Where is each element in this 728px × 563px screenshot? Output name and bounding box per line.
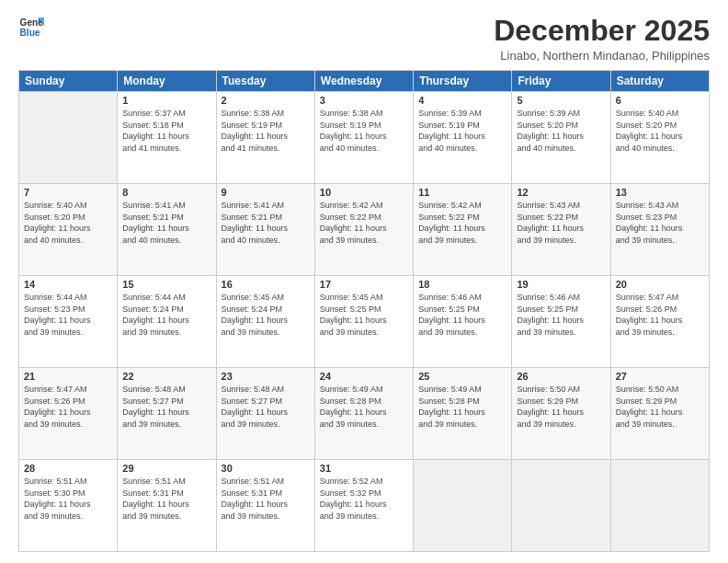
day-number: 18 xyxy=(418,279,506,290)
calendar-cell: 15Sunrise: 5:44 AM Sunset: 5:24 PM Dayli… xyxy=(118,276,216,368)
day-info: Sunrise: 5:43 AM Sunset: 5:23 PM Dayligh… xyxy=(616,200,704,246)
location-title: Linabo, Northern Mindanao, Philippines xyxy=(494,49,710,63)
day-info: Sunrise: 5:51 AM Sunset: 5:31 PM Dayligh… xyxy=(222,476,310,522)
day-number: 12 xyxy=(517,187,605,198)
calendar-cell: 25Sunrise: 5:49 AM Sunset: 5:28 PM Dayli… xyxy=(414,368,512,460)
calendar-cell: 6Sunrise: 5:40 AM Sunset: 5:20 PM Daylig… xyxy=(610,92,709,184)
calendar-cell: 21Sunrise: 5:47 AM Sunset: 5:26 PM Dayli… xyxy=(19,368,118,460)
day-number: 27 xyxy=(616,371,704,382)
day-number: 1 xyxy=(122,95,210,106)
calendar-cell: 30Sunrise: 5:51 AM Sunset: 5:31 PM Dayli… xyxy=(216,460,314,552)
day-number: 8 xyxy=(122,187,210,198)
day-number: 23 xyxy=(222,371,310,382)
day-number: 10 xyxy=(320,187,408,198)
day-info: Sunrise: 5:50 AM Sunset: 5:29 PM Dayligh… xyxy=(616,384,704,430)
day-info: Sunrise: 5:40 AM Sunset: 5:20 PM Dayligh… xyxy=(616,108,704,154)
day-info: Sunrise: 5:41 AM Sunset: 5:21 PM Dayligh… xyxy=(222,200,310,246)
day-info: Sunrise: 5:45 AM Sunset: 5:24 PM Dayligh… xyxy=(222,292,310,338)
day-number: 9 xyxy=(222,187,310,198)
day-info: Sunrise: 5:47 AM Sunset: 5:26 PM Dayligh… xyxy=(616,292,704,338)
day-number: 7 xyxy=(24,187,112,198)
calendar-cell: 4Sunrise: 5:39 AM Sunset: 5:19 PM Daylig… xyxy=(414,92,512,184)
weekday-header-friday: Friday xyxy=(512,71,610,92)
calendar-cell: 11Sunrise: 5:42 AM Sunset: 5:22 PM Dayli… xyxy=(414,184,512,276)
day-number: 25 xyxy=(418,371,506,382)
weekday-header-tuesday: Tuesday xyxy=(216,71,314,92)
calendar-cell: 19Sunrise: 5:46 AM Sunset: 5:25 PM Dayli… xyxy=(512,276,610,368)
day-info: Sunrise: 5:39 AM Sunset: 5:19 PM Dayligh… xyxy=(418,108,506,154)
day-info: Sunrise: 5:41 AM Sunset: 5:21 PM Dayligh… xyxy=(122,200,210,246)
calendar-cell: 7Sunrise: 5:40 AM Sunset: 5:20 PM Daylig… xyxy=(19,184,118,276)
day-info: Sunrise: 5:48 AM Sunset: 5:27 PM Dayligh… xyxy=(122,384,210,430)
calendar-cell: 31Sunrise: 5:52 AM Sunset: 5:32 PM Dayli… xyxy=(314,460,413,552)
weekday-header-sunday: Sunday xyxy=(19,71,118,92)
day-info: Sunrise: 5:39 AM Sunset: 5:20 PM Dayligh… xyxy=(517,108,605,154)
calendar-cell: 24Sunrise: 5:49 AM Sunset: 5:28 PM Dayli… xyxy=(314,368,413,460)
calendar-cell xyxy=(512,460,610,552)
calendar-body: 1Sunrise: 5:37 AM Sunset: 5:18 PM Daylig… xyxy=(19,92,710,552)
day-number: 20 xyxy=(616,279,704,290)
calendar-cell: 3Sunrise: 5:38 AM Sunset: 5:19 PM Daylig… xyxy=(314,92,413,184)
day-number: 30 xyxy=(222,463,310,474)
day-number: 15 xyxy=(122,279,210,290)
day-number: 31 xyxy=(320,463,408,474)
day-info: Sunrise: 5:44 AM Sunset: 5:23 PM Dayligh… xyxy=(24,292,112,338)
calendar-cell: 17Sunrise: 5:45 AM Sunset: 5:25 PM Dayli… xyxy=(314,276,413,368)
calendar-cell: 27Sunrise: 5:50 AM Sunset: 5:29 PM Dayli… xyxy=(610,368,709,460)
calendar-cell: 1Sunrise: 5:37 AM Sunset: 5:18 PM Daylig… xyxy=(118,92,216,184)
calendar-week-3: 14Sunrise: 5:44 AM Sunset: 5:23 PM Dayli… xyxy=(19,276,710,368)
day-number: 11 xyxy=(418,187,506,198)
day-info: Sunrise: 5:52 AM Sunset: 5:32 PM Dayligh… xyxy=(320,476,408,522)
header: General Blue December 2025 Linabo, North… xyxy=(18,15,710,63)
calendar-cell: 12Sunrise: 5:43 AM Sunset: 5:22 PM Dayli… xyxy=(512,184,610,276)
day-info: Sunrise: 5:42 AM Sunset: 5:22 PM Dayligh… xyxy=(320,200,408,246)
day-info: Sunrise: 5:46 AM Sunset: 5:25 PM Dayligh… xyxy=(517,292,605,338)
calendar-cell: 23Sunrise: 5:48 AM Sunset: 5:27 PM Dayli… xyxy=(216,368,314,460)
day-number: 13 xyxy=(616,187,704,198)
day-number: 21 xyxy=(24,371,112,382)
day-number: 3 xyxy=(320,95,408,106)
day-number: 22 xyxy=(122,371,210,382)
calendar-cell: 9Sunrise: 5:41 AM Sunset: 5:21 PM Daylig… xyxy=(216,184,314,276)
day-info: Sunrise: 5:51 AM Sunset: 5:31 PM Dayligh… xyxy=(122,476,210,522)
day-info: Sunrise: 5:46 AM Sunset: 5:25 PM Dayligh… xyxy=(418,292,506,338)
weekday-header-row: SundayMondayTuesdayWednesdayThursdayFrid… xyxy=(19,71,710,92)
day-number: 2 xyxy=(222,95,310,106)
calendar-week-1: 1Sunrise: 5:37 AM Sunset: 5:18 PM Daylig… xyxy=(19,92,710,184)
day-number: 14 xyxy=(24,279,112,290)
weekday-header-monday: Monday xyxy=(118,71,216,92)
day-info: Sunrise: 5:51 AM Sunset: 5:30 PM Dayligh… xyxy=(24,476,112,522)
day-info: Sunrise: 5:45 AM Sunset: 5:25 PM Dayligh… xyxy=(320,292,408,338)
calendar-cell: 26Sunrise: 5:50 AM Sunset: 5:29 PM Dayli… xyxy=(512,368,610,460)
day-number: 29 xyxy=(122,463,210,474)
day-info: Sunrise: 5:40 AM Sunset: 5:20 PM Dayligh… xyxy=(24,200,112,246)
calendar-cell: 13Sunrise: 5:43 AM Sunset: 5:23 PM Dayli… xyxy=(610,184,709,276)
day-info: Sunrise: 5:37 AM Sunset: 5:18 PM Dayligh… xyxy=(122,108,210,154)
day-number: 24 xyxy=(320,371,408,382)
calendar-cell: 14Sunrise: 5:44 AM Sunset: 5:23 PM Dayli… xyxy=(19,276,118,368)
calendar-cell: 2Sunrise: 5:38 AM Sunset: 5:19 PM Daylig… xyxy=(216,92,314,184)
calendar-table: SundayMondayTuesdayWednesdayThursdayFrid… xyxy=(18,70,710,552)
day-number: 28 xyxy=(24,463,112,474)
day-info: Sunrise: 5:38 AM Sunset: 5:19 PM Dayligh… xyxy=(222,108,310,154)
day-number: 4 xyxy=(418,95,506,106)
day-info: Sunrise: 5:42 AM Sunset: 5:22 PM Dayligh… xyxy=(418,200,506,246)
calendar-cell: 8Sunrise: 5:41 AM Sunset: 5:21 PM Daylig… xyxy=(118,184,216,276)
page: General Blue December 2025 Linabo, North… xyxy=(0,0,728,563)
month-title: December 2025 xyxy=(494,15,710,47)
day-info: Sunrise: 5:49 AM Sunset: 5:28 PM Dayligh… xyxy=(418,384,506,430)
calendar-week-5: 28Sunrise: 5:51 AM Sunset: 5:30 PM Dayli… xyxy=(19,460,710,552)
calendar-cell xyxy=(414,460,512,552)
svg-text:Blue: Blue xyxy=(20,28,40,38)
weekday-header-thursday: Thursday xyxy=(414,71,512,92)
calendar-cell: 5Sunrise: 5:39 AM Sunset: 5:20 PM Daylig… xyxy=(512,92,610,184)
day-info: Sunrise: 5:44 AM Sunset: 5:24 PM Dayligh… xyxy=(122,292,210,338)
calendar-cell: 28Sunrise: 5:51 AM Sunset: 5:30 PM Dayli… xyxy=(19,460,118,552)
calendar-cell: 10Sunrise: 5:42 AM Sunset: 5:22 PM Dayli… xyxy=(314,184,413,276)
day-number: 6 xyxy=(616,95,704,106)
weekday-header-wednesday: Wednesday xyxy=(314,71,413,92)
calendar-cell: 29Sunrise: 5:51 AM Sunset: 5:31 PM Dayli… xyxy=(118,460,216,552)
day-number: 17 xyxy=(320,279,408,290)
title-block: December 2025 Linabo, Northern Mindanao,… xyxy=(494,15,710,63)
calendar-week-4: 21Sunrise: 5:47 AM Sunset: 5:26 PM Dayli… xyxy=(19,368,710,460)
